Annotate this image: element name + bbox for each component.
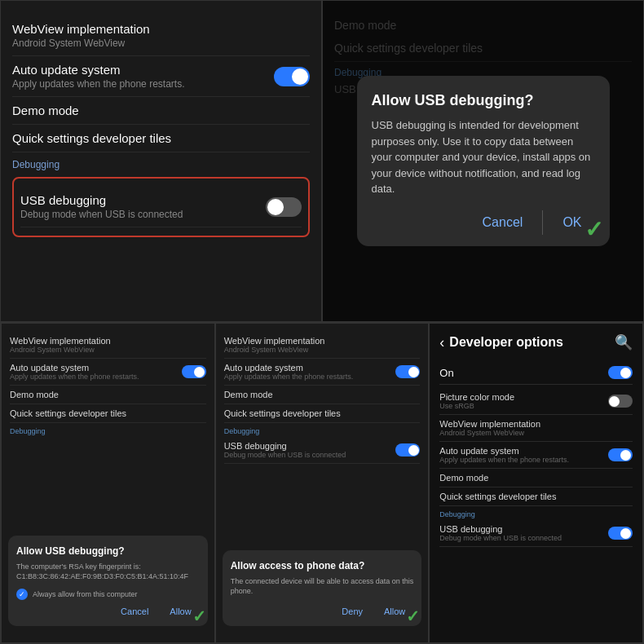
usb-debug-box: USB debugging Debug mode when USB is con… — [12, 177, 310, 237]
bl-debug-header: Debugging — [10, 423, 206, 437]
dev-on-label: On — [439, 367, 453, 379]
usb-debug-title: USB debugging — [20, 193, 183, 207]
bm-webview[interactable]: WebView implementation Android System We… — [224, 332, 421, 359]
back-icon[interactable]: ‹ — [439, 334, 444, 351]
bl-dialog-title: Allow USB debugging? — [16, 545, 200, 557]
dialog-actions: Cancel OK ✓ — [372, 210, 595, 235]
br-picture-color[interactable]: Picture color mode Use sRGB — [439, 388, 633, 415]
br-demo[interactable]: Demo mode — [439, 469, 633, 487]
usb-debug-toggle[interactable] — [266, 197, 302, 217]
panel-bottom-right: ‹ Developer options 🔍 On Picture color m… — [429, 323, 643, 643]
webview-item[interactable]: WebView implementation Android System We… — [12, 15, 310, 56]
bl-dialog: Allow USB debugging? The computer's RSA … — [8, 536, 208, 626]
bl-dialog-actions: Cancel Allow ✓ — [16, 603, 200, 620]
dev-on-row[interactable]: On — [439, 361, 633, 385]
demo-mode-title: Demo mode — [12, 104, 310, 117]
br-quick[interactable]: Quick settings developer tiles — [439, 487, 633, 506]
dev-on-toggle[interactable] — [608, 366, 633, 379]
bl-webview[interactable]: WebView implementation Android System We… — [10, 332, 206, 359]
bm-deny-btn[interactable]: Deny — [333, 603, 371, 620]
ok-checkmark: ✓ — [584, 216, 603, 243]
bl-checkmark: ✓ — [192, 607, 206, 626]
bl-checkbox-row: Always allow from this computer — [16, 589, 200, 600]
panel-top-left: WebView implementation Android System We… — [0, 0, 322, 322]
bl-checkbox[interactable] — [16, 589, 28, 600]
bl-auto-toggle[interactable] — [182, 365, 206, 378]
cancel-button[interactable]: Cancel — [470, 210, 536, 235]
usb-debug-row[interactable]: USB debugging Debug mode when USB is con… — [20, 187, 302, 227]
br-usb-toggle[interactable] — [608, 527, 633, 540]
bl-quick[interactable]: Quick settings developer tiles — [10, 404, 206, 423]
search-icon[interactable]: 🔍 — [615, 333, 633, 351]
dialog-divider — [542, 210, 543, 235]
allow-usb-dialog: Allow USB debugging? USB debugging is in… — [357, 76, 610, 246]
panel-top-right: Demo mode Quick settings developer tiles… — [322, 0, 644, 322]
dialog-title: Allow USB debugging? — [372, 92, 595, 109]
bm-auto-update[interactable]: Auto update system Apply updates when th… — [224, 359, 421, 386]
br-auto-toggle[interactable] — [608, 448, 633, 461]
dev-header-left: ‹ Developer options — [439, 334, 563, 351]
bl-dialog-body: The computer's RSA key fingerprint is: C… — [16, 562, 200, 582]
dialog-body: USB debugging is intended for developmen… — [372, 117, 595, 197]
bottom-row: WebView implementation Android System We… — [0, 322, 644, 644]
br-webview[interactable]: WebView implementation Android System We… — [439, 415, 633, 442]
br-debug-header: Debugging — [439, 506, 633, 520]
usb-debug-sub: Debug mode when USB is connected — [20, 209, 183, 220]
br-auto-update[interactable]: Auto update system Apply updates when th… — [439, 442, 633, 469]
bl-auto-update[interactable]: Auto update system Apply updates when th… — [10, 359, 206, 386]
bm-dialog-actions: Deny Allow ✓ — [231, 603, 414, 620]
webview-title: WebView implementation — [12, 22, 310, 36]
bl-demo[interactable]: Demo mode — [10, 386, 206, 404]
bm-demo[interactable]: Demo mode — [224, 386, 421, 404]
debugging-header: Debugging — [12, 152, 310, 174]
auto-update-row[interactable]: Auto update system Apply updates when th… — [12, 56, 310, 97]
demo-mode-item[interactable]: Demo mode — [12, 97, 310, 125]
dialog-overlay: Allow USB debugging? USB debugging is in… — [323, 1, 643, 321]
bm-usb-toggle[interactable] — [395, 443, 420, 457]
bl-checkbox-label: Always allow from this computer — [33, 590, 138, 598]
quick-settings-item[interactable]: Quick settings developer tiles — [12, 125, 310, 152]
dev-header: ‹ Developer options 🔍 — [439, 333, 633, 351]
bm-dialog-title: Allow access to phone data? — [231, 560, 414, 571]
bm-dialog: Allow access to phone data? The connecte… — [223, 550, 422, 626]
auto-update-title: Auto update system — [12, 63, 184, 77]
webview-sub: Android System WebView — [12, 37, 310, 49]
bm-quick[interactable]: Quick settings developer tiles — [224, 404, 421, 423]
bm-dialog-body: The connected device will be able to acc… — [231, 576, 414, 597]
br-picture-toggle[interactable] — [608, 395, 633, 408]
quick-settings-title: Quick settings developer tiles — [12, 131, 310, 145]
auto-update-sub: Apply updates when the phone restarts. — [12, 78, 184, 90]
panel-bottom-middle: WebView implementation Android System We… — [215, 323, 430, 643]
panel-bottom-left: WebView implementation Android System We… — [1, 323, 215, 643]
br-usb-row[interactable]: USB debugging Debug mode when USB is con… — [439, 520, 633, 547]
bm-auto-toggle[interactable] — [395, 365, 420, 378]
bm-debug-header: Debugging — [224, 423, 421, 437]
bl-cancel-btn[interactable]: Cancel — [112, 603, 157, 620]
bm-usb-row[interactable]: USB debugging Debug mode when USB is con… — [224, 437, 421, 464]
dev-options-title: Developer options — [449, 335, 563, 350]
auto-update-toggle[interactable] — [274, 67, 310, 86]
bm-checkmark: ✓ — [406, 607, 420, 626]
